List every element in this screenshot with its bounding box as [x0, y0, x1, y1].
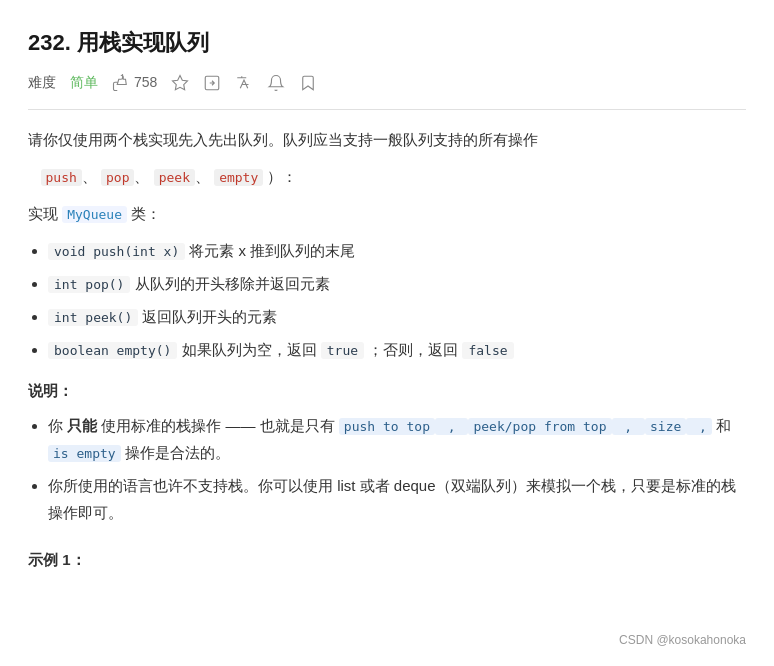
like-count: 758: [134, 71, 157, 95]
method-pop: int pop() 从队列的开头移除并返回元素: [48, 270, 746, 297]
method-peek: int peek() 返回队列开头的元素: [48, 303, 746, 330]
watermark: CSDN @kosokahonoka: [619, 630, 746, 650]
class-name: MyQueue: [62, 206, 127, 223]
description-line1: 请你仅使用两个栈实现先入先出队列。队列应当支持一般队列支持的所有操作: [28, 126, 746, 153]
bell-icon: [267, 74, 285, 92]
method-push: void push(int x) 将元素 x 推到队列的末尾: [48, 237, 746, 264]
page-container: 232. 用栈实现队列 难度 简单 758: [0, 0, 774, 666]
star-button[interactable]: [171, 74, 189, 92]
op-empty: empty: [214, 169, 263, 186]
share-icon: [203, 74, 221, 92]
op-peek: peek: [154, 169, 195, 186]
share-button[interactable]: [203, 74, 221, 92]
svg-marker-0: [173, 76, 188, 90]
note-item-1: 你 只能 使用标准的栈操作 —— 也就是只有 push to top , pee…: [48, 412, 746, 466]
note-title: 说明：: [28, 377, 746, 404]
translate-button[interactable]: [235, 74, 253, 92]
notes-list: 你 只能 使用标准的栈操作 —— 也就是只有 push to top , pee…: [48, 412, 746, 526]
star-icon: [171, 74, 189, 92]
op-push: push: [41, 169, 82, 186]
description-ops: push、 pop、 peek、 empty ）：: [28, 163, 746, 190]
note-item-2: 你所使用的语言也许不支持栈。你可以使用 list 或者 deque（双端队列）来…: [48, 472, 746, 526]
method-empty: boolean empty() 如果队列为空，返回 true ；否则，返回 fa…: [48, 336, 746, 363]
bookmark-icon: [299, 74, 317, 92]
meta-row: 难度 简单 758: [28, 71, 746, 110]
problem-body: 请你仅使用两个栈实现先入先出队列。队列应当支持一般队列支持的所有操作 push、…: [28, 126, 746, 573]
example-title: 示例 1：: [28, 546, 746, 573]
bell-button[interactable]: [267, 74, 285, 92]
op-pop: pop: [101, 169, 134, 186]
problem-title: 232. 用栈实现队列: [28, 24, 746, 61]
translate-icon: [235, 74, 253, 92]
bookmark-button[interactable]: [299, 74, 317, 92]
thumb-up-icon: [112, 74, 130, 92]
implement-intro: 实现 MyQueue 类：: [28, 200, 746, 227]
example-section: 示例 1：: [28, 546, 746, 573]
difficulty-label: 难度: [28, 71, 56, 95]
like-button[interactable]: 758: [112, 71, 157, 95]
methods-list: void push(int x) 将元素 x 推到队列的末尾 int pop()…: [48, 237, 746, 363]
note-section: 说明： 你 只能 使用标准的栈操作 —— 也就是只有 push to top ,…: [28, 377, 746, 526]
difficulty-value: 简单: [70, 71, 98, 95]
